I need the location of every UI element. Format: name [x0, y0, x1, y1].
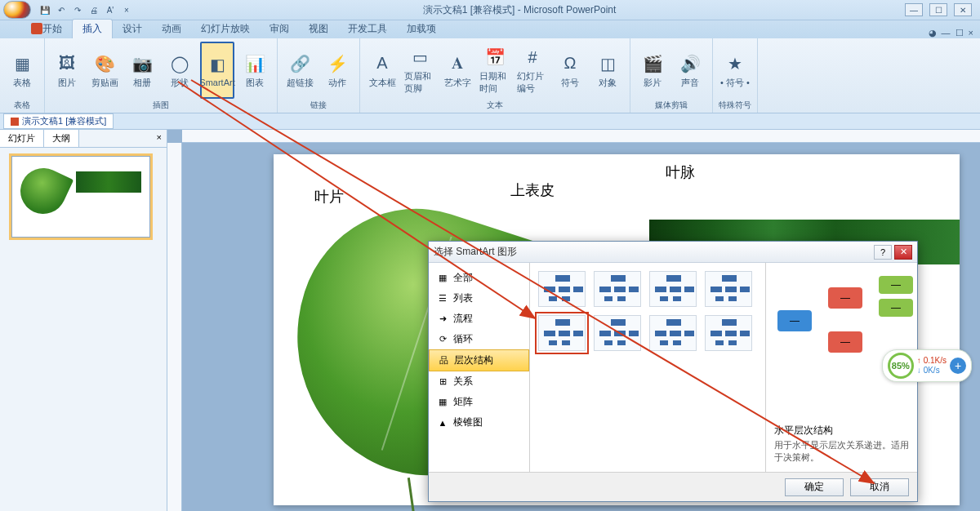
upload-speed: 0.1K/s — [924, 356, 947, 365]
category-棱锥图[interactable]: ▲棱锥图 — [429, 412, 529, 433]
slides-panel: 幻灯片 大纲 × — [0, 130, 167, 511]
group-symbols-label: 特殊符号 — [718, 99, 752, 111]
ok-button[interactable]: 确定 — [785, 478, 844, 496]
图表-button[interactable]: 📊图表 — [238, 42, 272, 99]
qat-save[interactable]: 💾 — [38, 2, 52, 17]
声音-button[interactable]: 🔊声音 — [673, 42, 707, 99]
cat-icon: ▲ — [437, 417, 448, 429]
qat-redo[interactable]: ↷ — [70, 2, 85, 17]
tab-review[interactable]: 审阅 — [260, 20, 299, 38]
ribbon-min-icon[interactable]: — — [942, 28, 951, 38]
艺术字-icon: 𝐀 — [446, 52, 469, 75]
category-层次结构[interactable]: 品层次结构 — [429, 349, 529, 371]
gallery — [530, 263, 765, 472]
download-speed: 0K/s — [924, 366, 940, 375]
剪贴画-button[interactable]: 🎨剪贴画 — [87, 42, 122, 99]
category-关系[interactable]: ⊞关系 — [429, 371, 529, 392]
tab-devtools[interactable]: 开发工具 — [338, 20, 397, 38]
category-循环[interactable]: ⟳循环 — [429, 329, 529, 349]
qat-print[interactable]: 🖨 — [87, 2, 101, 17]
幻灯片编号-button[interactable]: #幻灯片编号 — [515, 42, 550, 99]
maximize-button[interactable]: ☐ — [929, 3, 947, 16]
minimize-button[interactable]: — — [905, 3, 923, 16]
leaf-stem — [408, 478, 416, 511]
category-list: ▦全部☰列表➜流程⟳循环品层次结构⊞关系▦矩阵▲棱锥图 — [429, 263, 530, 472]
• 符号 •-button[interactable]: ★• 符号 • — [718, 42, 752, 99]
tab-slideshow[interactable]: 幻灯片放映 — [191, 20, 260, 38]
页眉和页脚-button[interactable]: ▭页眉和页脚 — [403, 42, 437, 99]
panel-close-icon[interactable]: × — [152, 130, 167, 147]
category-流程[interactable]: ➜流程 — [429, 309, 529, 329]
btn-label: 图表 — [246, 77, 264, 89]
btn-label: 对象 — [599, 77, 617, 89]
艺术字-button[interactable]: 𝐀艺术字 — [440, 42, 474, 99]
日期和时间-button[interactable]: 📅日期和时间 — [478, 42, 512, 99]
label-leaf: 叶片 — [314, 187, 344, 207]
gallery-item-5[interactable] — [594, 315, 641, 351]
label-vein: 叶脉 — [666, 162, 695, 182]
dialog-title: 选择 SmartArt 图形 — [434, 245, 871, 259]
gallery-item-0[interactable] — [538, 271, 586, 307]
tab-insert[interactable]: 插入 — [72, 19, 113, 38]
tables-button[interactable]: ▦表格 — [5, 42, 39, 99]
dialog-footer: 确定 取消 — [429, 472, 917, 501]
group-illustrations-label: 插图 — [50, 99, 272, 111]
panel-tab-slides[interactable]: 幻灯片 — [0, 130, 44, 147]
gallery-item-6[interactable] — [649, 315, 697, 351]
cat-icon: ▦ — [437, 273, 448, 284]
qat-undo[interactable]: ↶ — [54, 2, 69, 17]
相册-button[interactable]: 📷相册 — [125, 42, 159, 99]
tab-animation[interactable]: 动画 — [152, 20, 191, 38]
cat-icon: ⟳ — [437, 334, 448, 345]
文本框-button[interactable]: A文本框 — [365, 42, 399, 99]
qat-x[interactable]: × — [119, 2, 134, 17]
group-tables-label: 表格 — [5, 99, 39, 111]
超链接-button[interactable]: 🔗超链接 — [283, 42, 317, 99]
btn-label: 相册 — [133, 77, 151, 89]
相册-icon: 📷 — [131, 52, 154, 75]
tab-addins[interactable]: 加载项 — [397, 20, 446, 38]
dialog-help-icon[interactable]: ? — [874, 245, 892, 260]
network-widget[interactable]: 85% ↑ 0.1K/s ↓ 0K/s + — [882, 349, 972, 382]
gallery-item-7[interactable] — [705, 315, 752, 351]
cat-label: 全部 — [453, 271, 473, 285]
document-tab[interactable]: 演示文稿1 [兼容模式] — [3, 113, 114, 129]
category-矩阵[interactable]: ▦矩阵 — [429, 392, 529, 412]
剪贴画-icon: 🎨 — [93, 52, 116, 75]
btn-label: 超链接 — [287, 77, 314, 89]
gallery-item-1[interactable] — [594, 271, 641, 307]
影片-button[interactable]: 🎬影片 — [635, 42, 670, 99]
ribbon-close-icon[interactable]: × — [969, 28, 973, 38]
tab-view[interactable]: 视图 — [299, 20, 338, 38]
title-bar: 💾 ↶ ↷ 🖨 A' × 演示文稿1 [兼容模式] - Microsoft Po… — [0, 0, 980, 20]
category-列表[interactable]: ☰列表 — [429, 288, 529, 309]
smartart-button[interactable]: ◧SmartArt — [200, 42, 234, 99]
dialog-close-icon[interactable]: ✕ — [894, 245, 912, 260]
cancel-button[interactable]: 取消 — [850, 478, 909, 496]
btn-label: 图片 — [58, 77, 76, 89]
ribbon-rest-icon[interactable]: ☐ — [956, 28, 964, 38]
对象-button[interactable]: ◫对象 — [590, 42, 625, 99]
gallery-item-2[interactable] — [649, 271, 697, 307]
category-全部[interactable]: ▦全部 — [429, 268, 529, 288]
btn-label: 艺术字 — [444, 77, 471, 89]
图片-button[interactable]: 🖼图片 — [50, 42, 84, 99]
help-icon[interactable]: ◕ — [929, 28, 937, 38]
qat-a[interactable]: A' — [103, 2, 118, 17]
expand-icon[interactable]: + — [950, 358, 966, 374]
日期和时间-icon: 📅 — [483, 46, 506, 69]
动作-button[interactable]: ⚡动作 — [320, 42, 354, 99]
office-button[interactable] — [3, 1, 31, 19]
符号-button[interactable]: Ω符号 — [553, 42, 587, 99]
close-button[interactable]: ✕ — [954, 3, 972, 16]
doc-icon — [11, 118, 19, 126]
形状-button[interactable]: ◯形状 — [163, 42, 197, 99]
tab-design[interactable]: 设计 — [113, 20, 152, 38]
tables-icon: ▦ — [11, 52, 33, 75]
panel-tab-outline[interactable]: 大纲 — [44, 130, 79, 147]
cat-icon: ⊞ — [437, 376, 448, 388]
gallery-item-3[interactable] — [705, 271, 752, 307]
图表-icon: 📊 — [243, 52, 266, 75]
gallery-item-4[interactable] — [538, 315, 586, 351]
slide-thumbnail-1[interactable] — [11, 156, 150, 238]
